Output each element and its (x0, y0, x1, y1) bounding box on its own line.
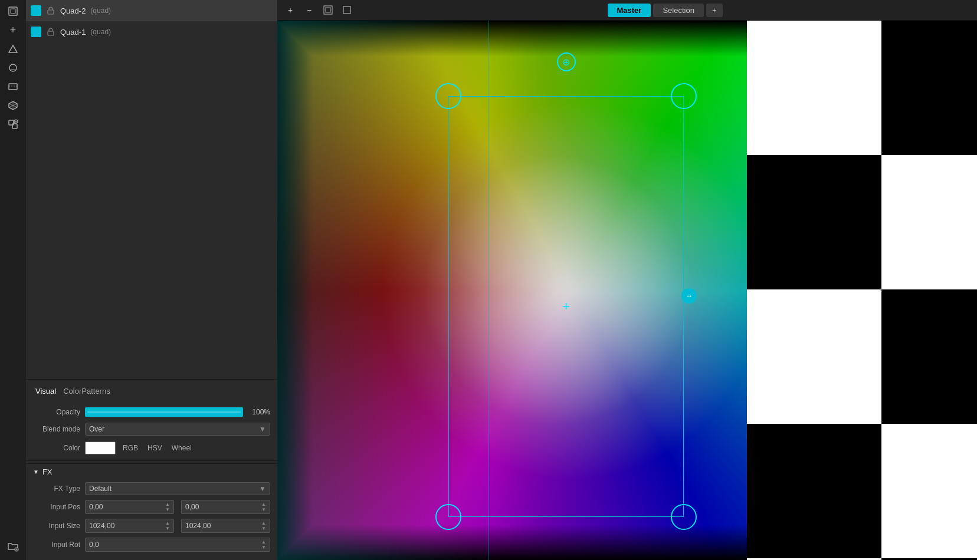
color-patterns-tab[interactable]: ColorPatterns (61, 386, 112, 397)
svg-rect-19 (48, 10, 54, 14)
handle-move[interactable]: ⊕ (557, 52, 576, 71)
input-size-x[interactable]: 1024,00 ▲▼ (85, 519, 174, 533)
svg-rect-21 (324, 6, 332, 14)
checker-canvas (747, 21, 977, 560)
blend-mode-row: Blend mode Over ▼ (26, 420, 277, 438)
cursor-tool[interactable] (3, 2, 23, 20)
wheel-button[interactable]: Wheel (169, 443, 194, 453)
checker-panel (747, 21, 977, 560)
layer-name-quad1: Quad-1 (60, 28, 86, 37)
layer-color-quad1 (31, 27, 41, 37)
handle-top-left[interactable] (435, 83, 461, 109)
master-tab[interactable]: Master (608, 4, 651, 17)
handle-top-right[interactable] (671, 83, 697, 109)
layer-color-quad2 (31, 5, 41, 16)
input-size-label: Input Size (33, 522, 80, 530)
move-icon: ⊕ (562, 57, 570, 68)
fx-type-select[interactable]: Default ▼ (85, 482, 270, 495)
rgb-button[interactable]: RGB (120, 443, 140, 453)
svg-marker-2 (9, 45, 17, 52)
fx-type-row: FX Type Default ▼ (26, 480, 277, 498)
expand-button[interactable] (320, 2, 336, 18)
layer-lock-quad2[interactable] (46, 6, 55, 15)
input-pos-x[interactable]: 0,00 ▲▼ (85, 500, 174, 514)
circle-tool[interactable] (3, 59, 23, 77)
3d-tool[interactable] (3, 97, 23, 114)
toolbar: + − Master Selection + (277, 0, 977, 21)
input-size-row: Input Size 1024,00 ▲▼ 1024,00 ▲▼ (26, 516, 277, 535)
blend-mode-arrow: ▼ (259, 425, 266, 433)
layer-item-quad1[interactable]: Quad-1 (quad) (26, 21, 277, 42)
quad-tool[interactable] (3, 78, 23, 95)
svg-rect-20 (48, 31, 54, 35)
blend-mode-select[interactable]: Over ▼ (85, 423, 270, 436)
blend-mode-value: Over (89, 425, 104, 433)
pos-y-stepper[interactable]: ▲▼ (261, 502, 266, 512)
tool-strip: + (0, 0, 26, 560)
triangle-tool[interactable] (3, 40, 23, 58)
color-gradient-canvas (277, 21, 812, 560)
minus-button[interactable]: − (301, 2, 317, 18)
add-button[interactable]: + (282, 2, 299, 18)
color-swatch[interactable] (85, 442, 116, 454)
divider (26, 460, 277, 461)
fx-type-arrow: ▼ (259, 485, 266, 493)
fx-arrow: ▼ (33, 469, 39, 475)
handle-bottom-left[interactable] (435, 504, 461, 530)
add-object-tool[interactable] (3, 116, 23, 133)
main-area: + − Master Selection + (277, 0, 977, 560)
input-rot-row: Input Rot 0,0 ▲▼ (26, 535, 277, 554)
input-pos-y[interactable]: 0,00 ▲▼ (181, 500, 270, 514)
blend-mode-label: Blend mode (33, 425, 80, 433)
opacity-label: Opacity (33, 408, 80, 416)
svg-rect-1 (11, 9, 15, 14)
canvas-area[interactable]: ⊕ ↔ + (277, 21, 977, 560)
fx-header[interactable]: ▼ FX (26, 464, 277, 480)
layer-item-quad2[interactable]: Quad-2 (quad) (26, 0, 277, 21)
opacity-slider-wrap: 100% (85, 407, 270, 417)
opacity-slider[interactable] (85, 407, 243, 417)
sidebar: + (0, 0, 277, 560)
hsv-button[interactable]: HSV (145, 443, 165, 453)
size-y-stepper[interactable]: ▲▼ (261, 521, 266, 531)
svg-rect-5 (9, 84, 17, 90)
folder-tool[interactable] (3, 538, 23, 555)
rot-stepper[interactable]: ▲▼ (261, 539, 266, 550)
fx-section: ▼ FX FX Type Default ▼ Input Pos (26, 463, 277, 554)
properties-panel: Visual ColorPatterns Opacity 100% (26, 379, 277, 560)
fx-type-value: Default (89, 485, 112, 493)
canvas-crosshair: + (562, 299, 570, 314)
svg-point-3 (9, 64, 17, 71)
svg-rect-0 (9, 7, 17, 15)
handle-bottom-right[interactable] (671, 504, 697, 530)
input-pos-label: Input Pos (33, 503, 80, 511)
opacity-value: 100% (247, 408, 270, 416)
layers-panel: Quad-2 (quad) Quad-1 (quad) (26, 0, 277, 190)
resize-icon: ↔ (686, 292, 693, 300)
fx-title: FX (42, 467, 53, 476)
input-size-y[interactable]: 1024,00 ▲▼ (181, 519, 270, 533)
shrink-button[interactable] (339, 2, 355, 18)
layer-lock-quad1[interactable] (46, 27, 55, 37)
input-rot-value[interactable]: 0,0 ▲▼ (85, 538, 270, 552)
input-pos-row: Input Pos 0,00 ▲▼ 0,00 ▲▼ (26, 498, 277, 516)
selection-tab[interactable]: Selection (653, 4, 703, 17)
visual-tab[interactable]: Visual (33, 386, 58, 397)
layer-subname-quad2: (quad) (90, 6, 111, 15)
input-rot-label: Input Rot (33, 541, 80, 549)
svg-rect-22 (326, 8, 330, 12)
opacity-row: Opacity 100% (26, 404, 277, 420)
size-x-stepper[interactable]: ▲▼ (165, 521, 170, 531)
layer-name-quad2: Quad-2 (60, 6, 86, 15)
fx-type-label: FX Type (33, 485, 80, 493)
pos-x-stepper[interactable]: ▲▼ (165, 502, 170, 512)
add-tab[interactable]: + (706, 4, 723, 17)
color-row: Color RGB HSV Wheel (26, 438, 277, 458)
color-label: Color (33, 444, 80, 452)
layer-subname-quad1: (quad) (90, 28, 111, 36)
props-tabs: Visual ColorPatterns (26, 386, 277, 397)
add-node-tool[interactable]: + (3, 21, 23, 39)
sidebar-right: Quad-2 (quad) Quad-1 (quad) (26, 0, 277, 560)
svg-rect-23 (343, 6, 350, 14)
handle-side-resize[interactable]: ↔ (681, 288, 697, 304)
